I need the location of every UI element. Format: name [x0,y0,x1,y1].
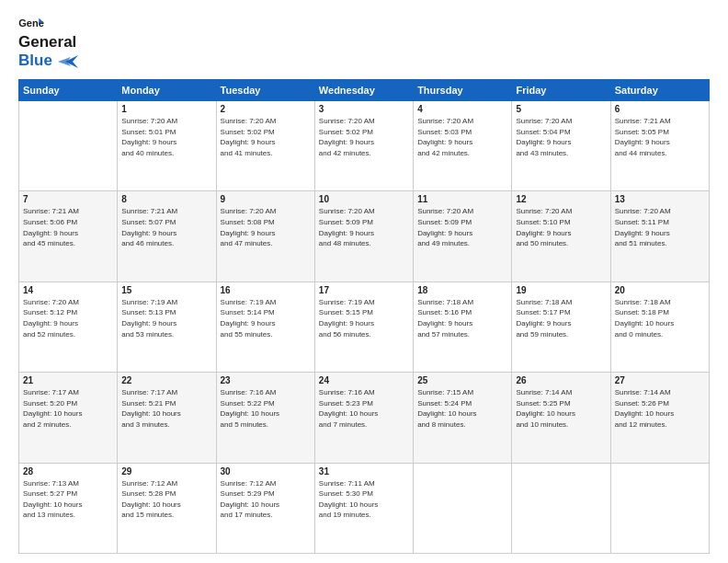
day-info: Sunrise: 7:18 AM Sunset: 5:18 PM Dayligh… [615,297,705,339]
day-number: 19 [516,285,606,295]
weekday-header-tuesday: Tuesday [216,80,314,101]
day-number: 8 [121,194,211,204]
day-info: Sunrise: 7:21 AM Sunset: 5:06 PM Dayligh… [23,206,113,248]
calendar-cell: 27Sunrise: 7:14 AM Sunset: 5:26 PM Dayli… [610,373,709,463]
day-number: 22 [121,375,211,385]
day-info: Sunrise: 7:17 AM Sunset: 5:20 PM Dayligh… [23,387,113,430]
day-info: Sunrise: 7:20 AM Sunset: 5:12 PM Dayligh… [23,297,113,339]
calendar-cell: 22Sunrise: 7:17 AM Sunset: 5:21 PM Dayli… [118,373,216,463]
day-number: 5 [516,104,606,114]
day-info: Sunrise: 7:20 AM Sunset: 5:11 PM Dayligh… [615,206,705,248]
logo: General General Blue [18,17,78,70]
day-number: 12 [516,194,606,204]
weekday-header-friday: Friday [512,80,610,101]
logo-general: General [18,33,76,51]
calendar-header-row: SundayMondayTuesdayWednesdayThursdayFrid… [19,80,710,101]
calendar-cell: 15Sunrise: 7:19 AM Sunset: 5:13 PM Dayli… [118,282,216,372]
calendar-week-5: 28Sunrise: 7:13 AM Sunset: 5:27 PM Dayli… [19,463,710,553]
day-number: 15 [121,285,211,295]
calendar-cell: 19Sunrise: 7:18 AM Sunset: 5:17 PM Dayli… [512,282,610,372]
calendar-cell: 21Sunrise: 7:17 AM Sunset: 5:20 PM Dayli… [19,373,118,463]
day-info: Sunrise: 7:19 AM Sunset: 5:14 PM Dayligh… [221,297,311,339]
day-info: Sunrise: 7:20 AM Sunset: 5:02 PM Dayligh… [319,116,409,158]
calendar-cell: 8Sunrise: 7:21 AM Sunset: 5:07 PM Daylig… [118,191,216,282]
day-info: Sunrise: 7:20 AM Sunset: 5:03 PM Dayligh… [417,116,507,158]
day-number: 3 [319,104,409,114]
weekday-header-thursday: Thursday [414,80,512,101]
calendar-cell: 31Sunrise: 7:11 AM Sunset: 5:30 PM Dayli… [314,463,413,553]
weekday-header-sunday: Sunday [19,80,118,101]
day-number: 11 [417,194,507,204]
calendar-week-4: 21Sunrise: 7:17 AM Sunset: 5:20 PM Dayli… [19,373,710,463]
calendar-week-3: 14Sunrise: 7:20 AM Sunset: 5:12 PM Dayli… [19,282,710,372]
day-info: Sunrise: 7:20 AM Sunset: 5:09 PM Dayligh… [417,206,507,248]
calendar-table: SundayMondayTuesdayWednesdayThursdayFrid… [18,79,710,554]
svg-text:General: General [18,17,44,29]
weekday-header-monday: Monday [118,80,216,101]
day-info: Sunrise: 7:11 AM Sunset: 5:30 PM Dayligh… [319,478,409,521]
day-number: 25 [417,375,507,385]
calendar-cell: 26Sunrise: 7:14 AM Sunset: 5:25 PM Dayli… [512,373,610,463]
day-info: Sunrise: 7:20 AM Sunset: 5:04 PM Dayligh… [516,116,606,158]
day-number: 27 [615,375,705,385]
day-number: 24 [319,375,409,385]
calendar-week-2: 7Sunrise: 7:21 AM Sunset: 5:06 PM Daylig… [19,191,710,282]
svg-marker-2 [65,55,78,68]
calendar-cell: 30Sunrise: 7:12 AM Sunset: 5:29 PM Dayli… [216,463,314,553]
day-info: Sunrise: 7:16 AM Sunset: 5:22 PM Dayligh… [221,387,311,430]
calendar-cell: 20Sunrise: 7:18 AM Sunset: 5:18 PM Dayli… [610,282,709,372]
calendar-cell: 24Sunrise: 7:16 AM Sunset: 5:23 PM Dayli… [314,373,413,463]
day-number: 16 [221,285,311,295]
day-info: Sunrise: 7:19 AM Sunset: 5:13 PM Dayligh… [121,297,211,339]
day-info: Sunrise: 7:14 AM Sunset: 5:26 PM Dayligh… [615,387,705,430]
calendar-cell [610,463,709,553]
day-number: 2 [221,104,311,114]
day-number: 31 [319,466,409,477]
calendar-cell: 3Sunrise: 7:20 AM Sunset: 5:02 PM Daylig… [314,101,413,191]
logo-bird-icon [58,55,78,68]
calendar-cell [512,463,610,553]
day-info: Sunrise: 7:20 AM Sunset: 5:09 PM Dayligh… [319,206,409,248]
day-info: Sunrise: 7:17 AM Sunset: 5:21 PM Dayligh… [121,387,211,430]
calendar-cell: 5Sunrise: 7:20 AM Sunset: 5:04 PM Daylig… [512,101,610,191]
day-info: Sunrise: 7:15 AM Sunset: 5:24 PM Dayligh… [417,387,507,430]
calendar-cell: 2Sunrise: 7:20 AM Sunset: 5:02 PM Daylig… [216,101,314,191]
day-info: Sunrise: 7:18 AM Sunset: 5:17 PM Dayligh… [516,297,606,339]
day-number: 18 [417,285,507,295]
day-info: Sunrise: 7:14 AM Sunset: 5:25 PM Dayligh… [516,387,606,430]
day-info: Sunrise: 7:20 AM Sunset: 5:10 PM Dayligh… [516,206,606,248]
day-number: 6 [615,104,705,114]
day-number: 30 [221,466,311,477]
day-info: Sunrise: 7:13 AM Sunset: 5:27 PM Dayligh… [23,478,113,521]
day-number: 9 [221,194,311,204]
logo-icon: General [18,17,44,33]
day-number: 28 [23,466,113,477]
calendar-cell: 25Sunrise: 7:15 AM Sunset: 5:24 PM Dayli… [414,373,512,463]
day-number: 17 [319,285,409,295]
calendar-cell: 6Sunrise: 7:21 AM Sunset: 5:05 PM Daylig… [610,101,709,191]
logo-blue: Blue [18,52,52,69]
calendar-cell: 23Sunrise: 7:16 AM Sunset: 5:22 PM Dayli… [216,373,314,463]
day-info: Sunrise: 7:12 AM Sunset: 5:29 PM Dayligh… [221,478,311,521]
day-number: 13 [615,194,705,204]
day-info: Sunrise: 7:16 AM Sunset: 5:23 PM Dayligh… [319,387,409,430]
calendar-cell: 29Sunrise: 7:12 AM Sunset: 5:28 PM Dayli… [118,463,216,553]
day-info: Sunrise: 7:20 AM Sunset: 5:01 PM Dayligh… [121,116,211,158]
calendar-cell: 9Sunrise: 7:20 AM Sunset: 5:08 PM Daylig… [216,191,314,282]
day-number: 4 [417,104,507,114]
day-number: 20 [615,285,705,295]
day-info: Sunrise: 7:21 AM Sunset: 5:05 PM Dayligh… [615,116,705,158]
calendar-cell: 1Sunrise: 7:20 AM Sunset: 5:01 PM Daylig… [118,101,216,191]
header: General General Blue [18,17,710,70]
calendar-cell: 17Sunrise: 7:19 AM Sunset: 5:15 PM Dayli… [314,282,413,372]
weekday-header-saturday: Saturday [610,80,709,101]
day-info: Sunrise: 7:21 AM Sunset: 5:07 PM Dayligh… [121,206,211,248]
day-info: Sunrise: 7:12 AM Sunset: 5:28 PM Dayligh… [121,478,211,521]
calendar-cell: 16Sunrise: 7:19 AM Sunset: 5:14 PM Dayli… [216,282,314,372]
calendar-cell: 12Sunrise: 7:20 AM Sunset: 5:10 PM Dayli… [512,191,610,282]
calendar-cell: 13Sunrise: 7:20 AM Sunset: 5:11 PM Dayli… [610,191,709,282]
day-info: Sunrise: 7:18 AM Sunset: 5:16 PM Dayligh… [417,297,507,339]
calendar-cell: 4Sunrise: 7:20 AM Sunset: 5:03 PM Daylig… [414,101,512,191]
calendar-cell: 7Sunrise: 7:21 AM Sunset: 5:06 PM Daylig… [19,191,118,282]
day-info: Sunrise: 7:20 AM Sunset: 5:02 PM Dayligh… [221,116,311,158]
